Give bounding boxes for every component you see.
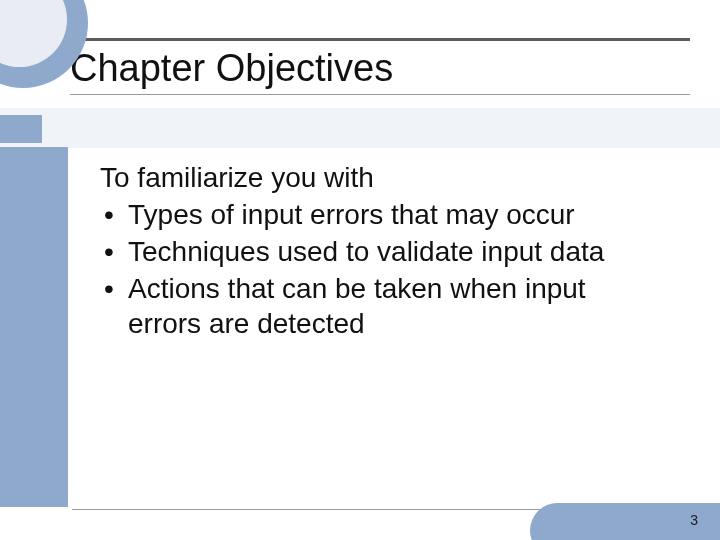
light-band-decoration [0,108,720,148]
side-block-decoration [0,147,68,507]
title-rule-top [70,38,690,41]
page-number: 3 [690,512,698,528]
bullet-item: Techniques used to validate input data [100,234,660,269]
title-area: Chapter Objectives [70,38,690,95]
slide: Chapter Objectives To familiarize you wi… [0,0,720,540]
intro-text: To familiarize you with [100,160,660,195]
bullet-list: Types of input errors that may occur Tec… [100,197,660,341]
slide-content: To familiarize you with Types of input e… [100,160,660,341]
slide-title: Chapter Objectives [70,45,690,94]
bullet-item: Actions that can be taken when input err… [100,271,660,341]
side-block-decoration [0,115,42,143]
bullet-item: Types of input errors that may occur [100,197,660,232]
title-rule-bottom [70,94,690,95]
